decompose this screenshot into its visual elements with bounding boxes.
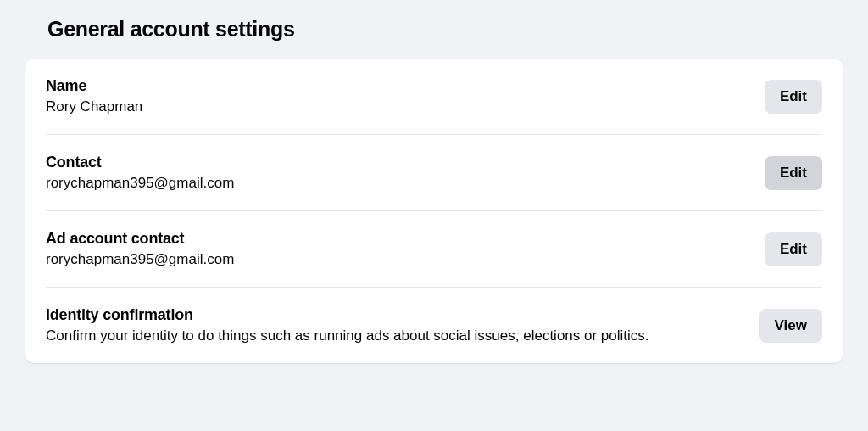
settings-card: Name Rory Chapman Edit Contact rorychapm… <box>25 59 843 363</box>
ad-contact-value: rorychapman395@gmail.com <box>46 251 748 268</box>
row-ad-contact: Ad account contact rorychapman395@gmail.… <box>46 211 822 288</box>
contact-value: rorychapman395@gmail.com <box>46 175 748 192</box>
row-identity: Identity confirmation Confirm your ident… <box>46 288 822 363</box>
row-contact-text: Contact rorychapman395@gmail.com <box>46 154 765 192</box>
identity-label: Identity confirmation <box>46 306 743 324</box>
name-label: Name <box>46 77 748 95</box>
view-identity-button[interactable]: View <box>760 309 822 343</box>
edit-name-button[interactable]: Edit <box>765 80 822 114</box>
row-identity-text: Identity confirmation Confirm your ident… <box>46 306 760 344</box>
edit-ad-contact-button[interactable]: Edit <box>765 232 822 266</box>
edit-contact-button[interactable]: Edit <box>765 156 822 190</box>
ad-contact-label: Ad account contact <box>46 230 748 248</box>
page-title: General account settings <box>25 0 843 59</box>
contact-label: Contact <box>46 154 748 171</box>
row-contact: Contact rorychapman395@gmail.com Edit <box>46 135 822 211</box>
row-ad-contact-text: Ad account contact rorychapman395@gmail.… <box>46 230 765 268</box>
identity-value: Confirm your identity to do things such … <box>46 327 743 344</box>
name-value: Rory Chapman <box>46 98 748 115</box>
row-name-text: Name Rory Chapman <box>46 77 765 115</box>
row-name: Name Rory Chapman Edit <box>46 59 822 135</box>
